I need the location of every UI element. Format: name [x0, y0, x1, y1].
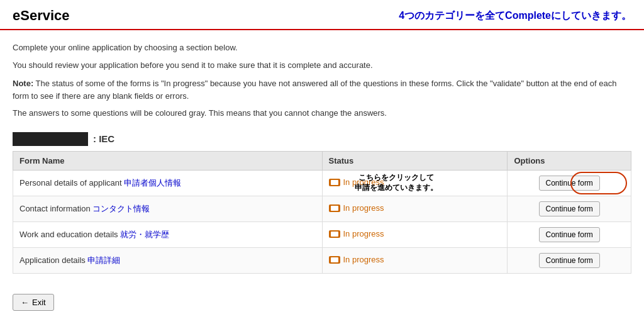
- status-icon: [329, 256, 340, 264]
- table-row: Contact information コンタクト情報 In progress …: [13, 196, 631, 221]
- status-icon: [329, 230, 340, 238]
- table-header-row: Form Name Status Options: [13, 151, 631, 170]
- status-badge: In progress: [329, 229, 384, 238]
- page-header: eService 4つのカテゴリーを全てCompleteにしていきます。: [0, 0, 644, 30]
- form-name-en: Personal details of applicant: [19, 178, 124, 188]
- table-row: Work and education details 就労・就学歴 In pro…: [13, 221, 631, 247]
- status-badge: In progress: [329, 177, 384, 187]
- note-text: The status of some of the forms is "In p…: [13, 79, 617, 101]
- table-row: Application details 申請詳細 In progress Con…: [13, 247, 631, 273]
- status-badge: In progress: [329, 203, 384, 213]
- status-cell: In progress こちらをクリックして申請を進めていきます。: [322, 170, 508, 196]
- forms-table: Form Name Status Options Personal detail…: [13, 151, 631, 274]
- status-cell: In progress: [322, 196, 508, 221]
- options-cell: Continue form: [508, 221, 631, 247]
- col-options: Options: [508, 151, 631, 170]
- status-icon: [329, 204, 340, 212]
- note-label: Note:: [13, 79, 33, 88]
- status-text: In progress: [343, 229, 384, 238]
- status-icon: [329, 179, 340, 186]
- status-cell: In progress: [322, 221, 508, 247]
- page-subtitle: 4つのカテゴリーを全てCompleteにしていきます。: [399, 9, 631, 23]
- options-cell: Continue form: [508, 196, 631, 221]
- options-cell: Continue form: [508, 170, 631, 196]
- continue-form-button[interactable]: Continue form: [539, 176, 600, 191]
- status-cell: In progress: [322, 247, 508, 273]
- form-name-en: Application details: [19, 255, 87, 265]
- continue-form-button[interactable]: Continue form: [539, 253, 600, 268]
- status-badge: In progress: [329, 255, 384, 264]
- exit-arrow: ←: [21, 298, 29, 307]
- form-name-en: Work and education details: [19, 230, 120, 239]
- continue-form-button[interactable]: Continue form: [539, 201, 600, 216]
- section-iec: : IEC: [93, 133, 114, 144]
- form-name-jp: 申請詳細: [87, 255, 120, 265]
- form-name-cell: Personal details of applicant 申請者個人情報: [13, 170, 323, 196]
- status-text: In progress: [343, 255, 384, 264]
- section-header: : IEC: [13, 132, 631, 146]
- app-title: eService: [13, 8, 70, 24]
- form-name-cell: Work and education details 就労・就学歴: [13, 221, 323, 247]
- status-text: In progress: [343, 203, 384, 213]
- form-name-jp: コンタクト情報: [92, 204, 150, 213]
- desc-note: Note: The status of some of the forms is…: [13, 77, 631, 102]
- form-name-cell: Application details 申請詳細: [13, 247, 323, 273]
- exit-button[interactable]: ← Exit: [13, 294, 54, 311]
- form-name-en: Contact information: [19, 204, 92, 213]
- desc-line3: The answers to some questions will be co…: [13, 107, 631, 120]
- form-name-jp: 就労・就学歴: [120, 230, 169, 239]
- col-form-name: Form Name: [13, 151, 323, 170]
- status-text: In progress: [343, 177, 384, 187]
- form-name-cell: Contact information コンタクト情報: [13, 196, 323, 221]
- options-cell: Continue form: [508, 247, 631, 273]
- desc-line1: Complete your online application by choo…: [13, 42, 631, 54]
- exit-section: ← Exit: [13, 284, 631, 311]
- form-name-jp: 申請者個人情報: [124, 178, 181, 188]
- exit-label: Exit: [32, 298, 46, 307]
- continue-form-button[interactable]: Continue form: [539, 227, 600, 242]
- section-label-block: [13, 132, 88, 146]
- table-row: Personal details of applicant 申請者個人情報 In…: [13, 170, 631, 196]
- col-status: Status: [322, 151, 508, 170]
- desc-line2: You should review your application befor…: [13, 59, 631, 72]
- main-content: Complete your online application by choo…: [0, 30, 644, 323]
